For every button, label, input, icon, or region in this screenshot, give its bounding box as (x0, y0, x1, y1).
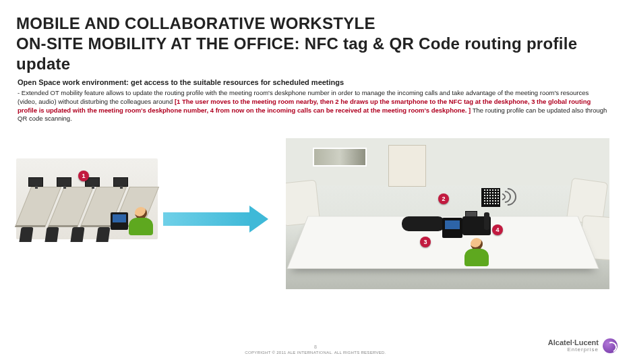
chairs (20, 227, 109, 242)
page-number: 8 (0, 344, 631, 349)
user-icon (128, 207, 154, 237)
arrow-icon (163, 206, 271, 233)
meeting-room-scene (286, 138, 609, 289)
logo-mark-icon (603, 338, 618, 353)
slide-title: MOBILE AND COLLABORATIVE WORKSTYLE ON-SI… (16, 13, 615, 74)
open-space-scene (16, 158, 158, 239)
slide-subhead: Open Space work environment: get access … (16, 78, 615, 86)
brand-logo: Alcatel·Lucent Enterprise (548, 338, 618, 353)
monitor-icon (28, 177, 43, 187)
door (388, 145, 426, 187)
copyright-text: COPYRIGHT © 2011 ALE INTERNATIONAL. ALL … (245, 351, 386, 355)
conference-speaker-icon (402, 216, 445, 231)
nfc-waves-icon (499, 187, 519, 207)
chair-icon (70, 227, 84, 242)
logo-line-2: Enterprise (548, 347, 599, 353)
monitor-icon (113, 177, 128, 187)
deskphone-icon (462, 211, 491, 235)
monitors (28, 177, 128, 187)
chair-icon (96, 227, 110, 242)
slide-body: - Extended OT mobility feature allows to… (16, 89, 609, 123)
wall-art (313, 148, 367, 166)
title-line-1: MOBILE AND COLLABORATIVE WORKSTYLE (16, 14, 375, 32)
smartphone-icon (111, 212, 128, 230)
slide-footer: 8 COPYRIGHT © 2011 ALE INTERNATIONAL. AL… (0, 344, 631, 355)
smartphone-icon (442, 218, 462, 238)
logo-line-1: Alcatel·Lucent (548, 339, 599, 347)
monitor-icon (57, 177, 71, 187)
title-line-2: ON-SITE MOBILITY AT THE OFFICE: NFC tag … (16, 34, 577, 73)
chair-icon (19, 227, 33, 242)
user-icon (464, 238, 489, 268)
diagram: 1 2 3 4 (16, 138, 609, 293)
qr-code-icon (481, 188, 500, 207)
chair-icon (44, 227, 59, 242)
